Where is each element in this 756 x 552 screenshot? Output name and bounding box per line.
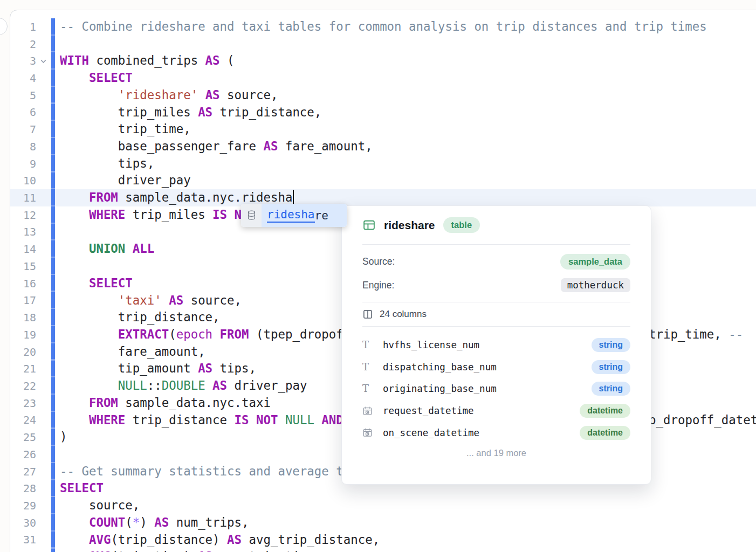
line-number: 12 — [10, 209, 36, 222]
column-name: on_scene_datetime — [383, 427, 479, 438]
table-name: rideshare — [384, 219, 435, 232]
code-line[interactable]: 10 driver_pay — [10, 172, 756, 189]
string-type-icon: T — [362, 340, 376, 350]
column-name: dispatching_base_num — [383, 362, 497, 372]
code-text: SELECT — [50, 70, 756, 87]
column-row: Tdispatching_base_numstring — [362, 356, 630, 378]
line-number: 24 — [10, 413, 36, 426]
code-line[interactable]: 3WITH combined_trips AS ( — [10, 52, 756, 70]
code-text: trip_time, — [50, 121, 756, 138]
line-number: 2 — [10, 38, 36, 51]
line-number: 16 — [10, 277, 36, 290]
line-number: 11 — [10, 191, 36, 204]
code-text: AVG(trip_time) AS avg_trip_time, — [50, 548, 756, 552]
line-number: 9 — [10, 157, 36, 170]
code-line[interactable]: 5 'rideshare' AS source, — [10, 87, 756, 104]
code-text: source, — [50, 497, 756, 514]
code-text: FROM sample_data.nyc.ridesha — [50, 189, 756, 206]
code-text: 'rideshare' AS source, — [50, 87, 756, 104]
code-text: base_passenger_fare AS fare_amount, — [50, 138, 756, 155]
autocomplete-match-text: ridesha — [267, 208, 315, 223]
table-card-header: rideshare table — [362, 206, 630, 244]
code-line[interactable]: 31 AVG(trip_distance) AS avg_trip_distan… — [10, 532, 756, 549]
line-number: 30 — [10, 516, 36, 529]
datetime-type-icon — [362, 406, 376, 416]
source-badge: sample_data — [560, 254, 630, 270]
source-label: Source: — [362, 256, 395, 267]
code-text: tips, — [50, 155, 756, 172]
line-number: 19 — [10, 328, 36, 341]
line-number: 6 — [10, 106, 36, 119]
code-line[interactable]: 6 trip_miles AS trip_distance, — [10, 104, 756, 121]
autocomplete-item-rideshare[interactable]: rideshare — [262, 204, 347, 227]
line-number: 31 — [10, 533, 36, 546]
engine-row: Engine: motherduck — [362, 275, 630, 295]
code-line[interactable]: 2 — [10, 36, 756, 53]
column-type-badge: string — [592, 338, 630, 352]
line-number: 1 — [10, 20, 36, 33]
line-number: 20 — [10, 346, 36, 358]
code-line[interactable]: 11 FROM sample_data.nyc.ridesha — [10, 189, 756, 206]
line-number: 14 — [10, 243, 36, 256]
datetime-type-icon — [362, 427, 376, 438]
more-columns-text: ... and 19 more — [362, 448, 630, 458]
line-number: 10 — [10, 174, 36, 187]
line-number: 15 — [10, 260, 36, 273]
code-line[interactable]: 4 SELECT — [10, 70, 756, 87]
line-number: 4 — [10, 72, 36, 85]
column-row: on_scene_datetimedatetime — [362, 422, 630, 444]
string-type-icon: T — [362, 362, 376, 372]
code-text: AVG(trip_distance) AS avg_trip_distance, — [50, 532, 756, 549]
column-name: request_datetime — [383, 405, 474, 416]
line-number: 21 — [10, 362, 36, 375]
source-row: Source: sample_data — [362, 251, 630, 272]
line-number: 27 — [10, 465, 36, 478]
line-number: 5 — [10, 89, 36, 102]
code-line[interactable]: 29 source, — [10, 497, 756, 514]
line-number: 3 — [10, 54, 36, 67]
column-list: Thvfhs_license_numstringTdispatching_bas… — [362, 327, 630, 444]
column-row: Toriginating_base_numstring — [362, 378, 630, 400]
code-line[interactable]: 9 tips, — [10, 155, 756, 172]
query-block-indicator — [51, 18, 55, 552]
table-meta: Source: sample_data Engine: motherduck — [362, 245, 630, 302]
code-line[interactable]: 8 base_passenger_fare AS fare_amount, — [10, 138, 756, 155]
column-type-badge: datetime — [580, 426, 630, 440]
code-text: trip_miles AS trip_distance, — [50, 104, 756, 121]
line-number: 22 — [10, 380, 36, 392]
columns-icon — [362, 309, 373, 320]
column-type-badge: string — [592, 382, 630, 396]
code-text: -- Combine rideshare and taxi tables for… — [50, 18, 756, 36]
database-icon — [241, 204, 262, 227]
table-info-card: rideshare table Source: sample_data Engi… — [341, 205, 651, 485]
column-name: originating_base_num — [383, 383, 497, 394]
line-number: 25 — [10, 431, 36, 444]
columns-summary-text: 24 columns — [380, 309, 427, 320]
columns-summary: 24 columns — [362, 302, 630, 326]
code-line[interactable]: 1-- Combine rideshare and taxi tables fo… — [10, 18, 756, 36]
autocomplete-popup: rideshare — [241, 204, 347, 227]
text-cursor — [293, 190, 294, 205]
column-type-badge: datetime — [580, 404, 630, 418]
line-number: 7 — [10, 123, 36, 136]
autocomplete-rest-text: re — [315, 209, 328, 222]
engine-label: Engine: — [362, 280, 394, 291]
line-number: 8 — [10, 140, 36, 153]
line-number: 26 — [10, 448, 36, 461]
table-kind-badge: table — [443, 217, 480, 233]
code-line[interactable]: 30 COUNT(*) AS num_trips, — [10, 514, 756, 532]
fold-chevron-icon[interactable] — [36, 57, 50, 65]
code-line[interactable]: 7 trip_time, — [10, 121, 756, 138]
column-type-badge: string — [592, 360, 630, 374]
line-number: 28 — [10, 482, 36, 495]
line-number: 23 — [10, 397, 36, 410]
column-row: Thvfhs_license_numstring — [362, 334, 630, 356]
line-number: 17 — [10, 294, 36, 307]
code-line[interactable]: 32 AVG(trip_time) AS avg_trip_time, — [10, 548, 756, 552]
column-name: hvfhs_license_num — [383, 340, 479, 350]
floating-button-partial[interactable] — [0, 18, 8, 35]
code-text: WITH combined_trips AS ( — [50, 52, 756, 70]
column-row: request_datetimedatetime — [362, 400, 630, 422]
table-icon — [362, 218, 376, 232]
code-text: COUNT(*) AS num_trips, — [50, 514, 756, 532]
